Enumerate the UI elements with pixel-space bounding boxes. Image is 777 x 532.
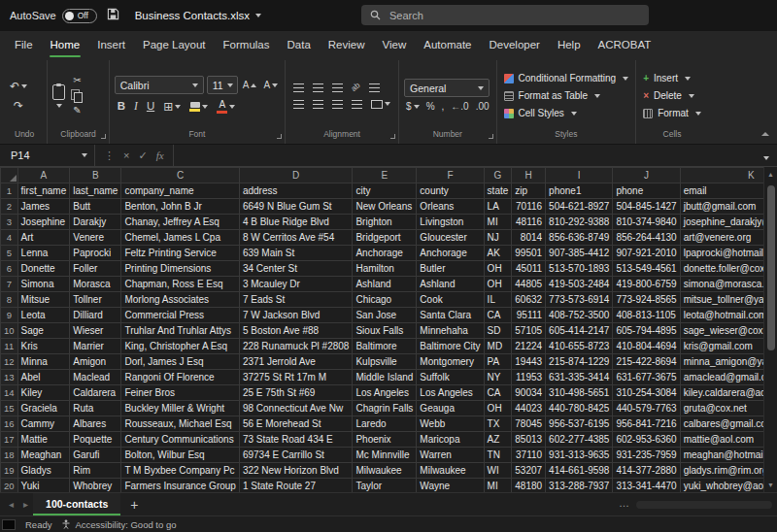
font-dialog-launcher[interactable] [277, 134, 282, 139]
cell-D17[interactable]: 73 State Road 434 E [239, 432, 353, 448]
cell-I3[interactable]: 810-292-9388 [546, 215, 613, 230]
cell-B16[interactable]: Albares [70, 416, 121, 432]
copy-button[interactable] [69, 88, 84, 103]
cell-H18[interactable]: 37110 [512, 448, 546, 463]
cell-B2[interactable]: Butt [70, 199, 121, 215]
merge-center-button[interactable] [368, 98, 393, 111]
cell-A8[interactable]: Mitsue [17, 292, 70, 308]
conditional-formatting-button[interactable]: Conditional Formatting [502, 70, 631, 87]
increase-decimal-button[interactable]: ←.0 [449, 101, 470, 113]
cell-F8[interactable]: Cook [417, 292, 484, 308]
column-header-J[interactable]: J [613, 168, 680, 183]
cell-F10[interactable]: Minnehaha [417, 323, 484, 339]
row-header-18[interactable]: 18 [1, 448, 18, 463]
cell-C16[interactable]: Rousseaux, Michael Esq [121, 416, 240, 432]
row-header-13[interactable]: 13 [1, 370, 18, 385]
accounting-format-button[interactable]: $ [404, 101, 422, 113]
menu-tab-file[interactable]: File [6, 31, 42, 60]
autosave-toggle[interactable]: Off [62, 9, 97, 23]
row-header-14[interactable]: 14 [1, 385, 18, 401]
cell-G6[interactable]: OH [484, 261, 512, 277]
cell-C3[interactable]: Chanay, Jeffrey A Esq [121, 215, 240, 230]
cell-I14[interactable]: 310-498-5651 [546, 385, 613, 401]
cell-A5[interactable]: Lenna [17, 246, 70, 261]
row-header-12[interactable]: 12 [1, 354, 18, 370]
column-header-G[interactable]: G [484, 168, 512, 183]
decrease-decimal-button[interactable]: .00 [474, 101, 491, 113]
new-sheet-button[interactable]: + [120, 493, 148, 515]
cell-J1[interactable]: phone [613, 183, 680, 199]
cell-G2[interactable]: LA [484, 199, 512, 215]
row-header-10[interactable]: 10 [1, 323, 18, 339]
cell-C7[interactable]: Chapman, Ross E Esq [121, 277, 240, 292]
cell-D3[interactable]: 4 B Blue Ridge Blvd [239, 215, 353, 230]
cell-D2[interactable]: 6649 N Blue Gum St [239, 199, 353, 215]
cell-B3[interactable]: Darakjy [70, 215, 121, 230]
cell-A7[interactable]: Simona [17, 277, 70, 292]
cell-H3[interactable]: 48116 [512, 215, 546, 230]
document-title[interactable]: Business Contacts.xlsx [135, 10, 261, 21]
column-header-D[interactable]: D [239, 168, 353, 183]
delete-cells-button[interactable]: ×Delete [641, 87, 703, 105]
cell-H13[interactable]: 11953 [512, 370, 546, 385]
cell-F3[interactable]: Livingston [417, 215, 484, 230]
cell-H17[interactable]: 85013 [512, 432, 546, 448]
next-sheet-icon[interactable]: ▸ [18, 493, 33, 515]
cell-A2[interactable]: James [17, 199, 70, 215]
cell-E3[interactable]: Brighton [353, 215, 417, 230]
column-header-B[interactable]: B [70, 168, 121, 183]
cell-E2[interactable]: New Orleans [353, 199, 417, 215]
cell-E7[interactable]: Ashland [353, 277, 417, 292]
cancel-icon[interactable]: × [123, 150, 129, 161]
cell-B15[interactable]: Ruta [70, 401, 121, 416]
cell-G14[interactable]: CA [484, 385, 512, 401]
cell-G9[interactable]: CA [484, 308, 512, 323]
cell-F14[interactable]: Los Angeles [417, 385, 484, 401]
cell-D16[interactable]: 56 E Morehead St [239, 416, 353, 432]
cell-C10[interactable]: Truhlar And Truhlar Attys [121, 323, 240, 339]
cell-F4[interactable]: Gloucester [417, 230, 484, 246]
cell-B14[interactable]: Caldarera [70, 385, 121, 401]
cell-E9[interactable]: San Jose [353, 308, 417, 323]
cell-J2[interactable]: 504-845-1427 [613, 199, 680, 215]
cell-J14[interactable]: 310-254-3084 [613, 385, 680, 401]
cell-J5[interactable]: 907-921-2010 [613, 246, 680, 261]
cell-styles-button[interactable]: Cell Styles [502, 105, 631, 122]
cell-E1[interactable]: city [353, 183, 417, 199]
cell-G18[interactable]: TN [484, 448, 512, 463]
align-top-button[interactable] [290, 82, 307, 94]
row-header-20[interactable]: 20 [1, 479, 18, 493]
row-header-19[interactable]: 19 [1, 463, 18, 479]
cell-G1[interactable]: state [484, 183, 512, 199]
cell-C15[interactable]: Buckley Miller & Wright [121, 401, 240, 416]
cell-C17[interactable]: Century Communications [121, 432, 240, 448]
collapse-ribbon-icon[interactable] [761, 132, 769, 136]
column-header-A[interactable]: A [17, 168, 70, 183]
cell-D6[interactable]: 34 Center St [239, 261, 353, 277]
cell-I4[interactable]: 856-636-8749 [546, 230, 613, 246]
cell-I9[interactable]: 408-752-3500 [546, 308, 613, 323]
cell-J15[interactable]: 440-579-7763 [613, 401, 680, 416]
italic-button[interactable]: I [131, 99, 141, 115]
cell-F2[interactable]: Orleans [417, 199, 484, 215]
cell-D19[interactable]: 322 New Horizon Blvd [239, 463, 353, 479]
cell-D8[interactable]: 7 Eads St [239, 292, 353, 308]
menu-tab-acrobat[interactable]: ACROBAT [590, 31, 660, 60]
cell-I8[interactable]: 773-573-6914 [546, 292, 613, 308]
cell-D14[interactable]: 25 E 75th St #69 [239, 385, 353, 401]
cell-C1[interactable]: company_name [121, 183, 240, 199]
align-right-button[interactable] [329, 98, 346, 111]
cell-H10[interactable]: 57105 [512, 323, 546, 339]
wrap-text-button[interactable] [366, 82, 383, 94]
cell-G5[interactable]: AK [484, 246, 512, 261]
cell-D11[interactable]: 228 Runamuck Pl #2808 [239, 339, 353, 354]
cell-C14[interactable]: Feiner Bros [121, 385, 240, 401]
accessibility-status[interactable]: Accessibility: Good to go [61, 519, 176, 530]
paste-dropdown-icon[interactable] [56, 104, 62, 108]
cell-C5[interactable]: Feltz Printing Service [121, 246, 240, 261]
cell-D18[interactable]: 69734 E Carrillo St [239, 448, 353, 463]
cell-H4[interactable]: 8014 [512, 230, 546, 246]
column-header-E[interactable]: E [353, 168, 417, 183]
cell-E11[interactable]: Baltimore [353, 339, 417, 354]
scroll-up-icon[interactable]: ▲ [767, 167, 774, 182]
